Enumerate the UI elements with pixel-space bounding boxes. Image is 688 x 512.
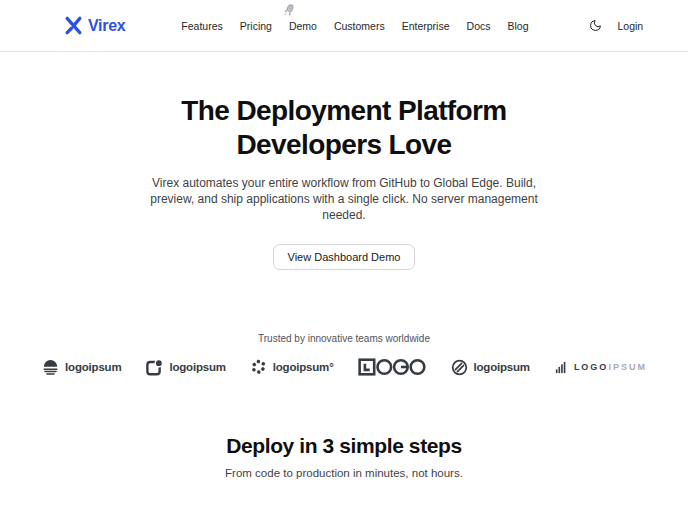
logo-label-dark: LOGO — [574, 362, 609, 372]
social-proof-caption: Trusted by innovative teams worldwide — [0, 333, 688, 344]
virex-logo-icon — [64, 16, 83, 35]
nav-item-demo[interactable]: Demo — [289, 20, 317, 32]
customer-logo-label: LOGOIPSUM — [574, 362, 647, 372]
hero-title-line1: The Deployment Platform — [0, 94, 688, 128]
brand-logo[interactable]: Virex — [64, 16, 125, 35]
customer-logo-row: logoipsum logoipsum — [0, 357, 688, 377]
customer-logo-label: logoipsum° — [273, 361, 334, 373]
customer-logo-label: logoipsum — [474, 361, 530, 373]
customer-logo: logoipsum — [145, 358, 225, 377]
header-actions: Login — [589, 19, 644, 33]
customer-logo: LOGOIPSUM — [554, 360, 647, 375]
nav-item-features[interactable]: Features — [181, 20, 222, 32]
nav-item-enterprise[interactable]: Enterprise — [402, 20, 450, 32]
globe-waves-icon — [41, 358, 60, 377]
customer-logo: logoipsum° — [250, 358, 334, 376]
top-nav-bar: Virex Features Pricing Demo Customers En… — [0, 0, 688, 52]
steps-section: Deploy in 3 simple steps From code to pr… — [0, 434, 688, 479]
view-dashboard-demo-button[interactable]: View Dashboard Demo — [273, 244, 416, 270]
customer-logo: logoipsum — [41, 358, 121, 377]
dot-cluster-icon — [250, 358, 268, 376]
hero-title: The Deployment Platform Developers Love — [0, 94, 688, 162]
nav-item-docs[interactable]: Docs — [467, 20, 491, 32]
main-nav: Features Pricing Demo Customers Enterpri… — [181, 20, 528, 32]
hero-title-line2: Developers Love — [0, 128, 688, 162]
customer-logo-label: logoipsum — [65, 361, 121, 373]
moon-icon[interactable] — [589, 19, 603, 33]
steps-title: Deploy in 3 simple steps — [0, 434, 688, 458]
brand-name: Virex — [88, 17, 125, 35]
social-proof-section: Trusted by innovative teams worldwide lo… — [0, 333, 688, 377]
logo-label-light: IPSUM — [608, 362, 647, 372]
customer-logo — [358, 357, 426, 377]
nav-item-blog[interactable]: Blog — [507, 20, 528, 32]
customer-logo-label: logoipsum — [169, 361, 225, 373]
login-link[interactable]: Login — [618, 20, 644, 32]
hero-section: The Deployment Platform Developers Love … — [0, 94, 688, 270]
frame-circle-icon — [145, 358, 164, 377]
slashed-circle-icon — [450, 358, 469, 377]
nav-item-pricing[interactable]: Pricing — [240, 20, 272, 32]
nav-item-customers[interactable]: Customers — [334, 20, 385, 32]
rocket-icon — [282, 2, 294, 14]
logo-wordmark — [358, 357, 426, 377]
bars-play-icon — [554, 360, 569, 375]
customer-logo: logoipsum — [450, 358, 530, 377]
steps-subtitle: From code to production in minutes, not … — [0, 467, 688, 479]
hero-subtitle: Virex automates your entire workflow fro… — [148, 175, 540, 223]
